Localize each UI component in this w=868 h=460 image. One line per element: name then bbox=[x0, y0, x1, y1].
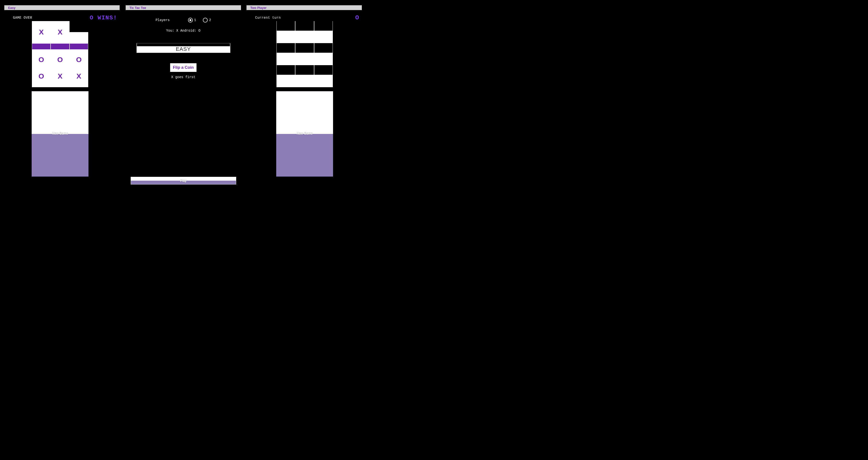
pane-setup: Players 1 2 You: X Android: O EASY Flip … bbox=[126, 10, 241, 187]
board-row-2: O X X bbox=[32, 65, 88, 87]
appbar-right: Two Player bbox=[247, 5, 362, 10]
board-row-0: X X bbox=[32, 21, 88, 43]
game-board-right bbox=[276, 21, 333, 87]
game-board-left: X X O O O O X X bbox=[32, 21, 88, 87]
board-row-1-r bbox=[276, 43, 333, 65]
goes-first-text: X goes first bbox=[126, 75, 241, 79]
rcell-1-2[interactable] bbox=[314, 43, 333, 65]
new-game-button-right-label: New Game bbox=[276, 132, 333, 135]
cell-1-1[interactable]: O bbox=[51, 43, 69, 65]
radio-2-icon bbox=[203, 18, 208, 23]
difficulty-value: EASY bbox=[137, 46, 230, 52]
radio-2-label: 2 bbox=[209, 18, 211, 22]
rcell-0-0[interactable] bbox=[276, 21, 295, 43]
player-assignment-text: You: X Android: O bbox=[126, 29, 241, 33]
rcell-0-1[interactable] bbox=[295, 21, 314, 43]
appbar-center: Tic Tac Toe bbox=[126, 5, 241, 10]
cell-0-1[interactable]: X bbox=[51, 21, 69, 43]
appbar-left: Easy bbox=[4, 5, 120, 10]
pane-easy-game: GAME OVER O WINS! X X O O O O X X New Ga… bbox=[4, 10, 120, 187]
cell-2-0[interactable]: O bbox=[32, 65, 51, 87]
appbar-center-title: Tic Tac Toe bbox=[129, 6, 146, 9]
rcell-0-2[interactable] bbox=[314, 21, 333, 43]
new-game-button-right-fill bbox=[276, 134, 333, 176]
play-button[interactable]: Play bbox=[131, 177, 236, 185]
rcell-2-2[interactable] bbox=[314, 65, 333, 87]
cell-1-0[interactable]: O bbox=[32, 43, 51, 65]
cell-1-2[interactable]: O bbox=[69, 43, 88, 65]
flip-coin-button[interactable]: Flip a Coin bbox=[170, 63, 197, 72]
cell-2-1[interactable]: X bbox=[51, 65, 69, 87]
cell-0-0[interactable]: X bbox=[32, 21, 51, 43]
players-row: Players 1 2 bbox=[126, 18, 241, 23]
rcell-1-0[interactable] bbox=[276, 43, 295, 65]
new-game-button-left-label: New Game bbox=[32, 132, 89, 135]
turn-value: O bbox=[355, 14, 360, 21]
cell-0-2[interactable] bbox=[69, 21, 88, 43]
board-row-0-r bbox=[276, 21, 333, 43]
new-game-button-right[interactable]: New Game bbox=[276, 91, 333, 176]
status-row-right: Current turn O bbox=[247, 14, 362, 21]
rcell-1-1[interactable] bbox=[295, 43, 314, 65]
new-game-button-left[interactable]: New Game bbox=[32, 91, 89, 176]
radio-1-icon bbox=[188, 18, 193, 23]
rcell-2-0[interactable] bbox=[276, 65, 295, 87]
radio-1-label: 1 bbox=[194, 18, 196, 22]
players-radio-1[interactable]: 1 bbox=[188, 18, 196, 23]
rcell-2-1[interactable] bbox=[295, 65, 314, 87]
appbar-left-title: Easy bbox=[8, 6, 16, 9]
difficulty-spinner[interactable]: EASY bbox=[136, 43, 230, 53]
turn-label: Current turn bbox=[255, 16, 281, 20]
appbar-right-title: Two Player bbox=[250, 6, 267, 9]
board-row-1: O O O bbox=[32, 43, 88, 65]
pane-two-player: Current turn O New Gam bbox=[247, 10, 362, 187]
play-button-label: Play bbox=[131, 179, 236, 182]
cell-2-2[interactable]: X bbox=[69, 65, 88, 87]
game-result-text: O WINS! bbox=[90, 14, 117, 21]
players-label: Players bbox=[156, 18, 170, 22]
status-row-left: GAME OVER O WINS! bbox=[4, 14, 120, 21]
players-radio-2[interactable]: 2 bbox=[203, 18, 211, 23]
new-game-button-left-fill bbox=[32, 134, 89, 176]
board-row-2-r bbox=[276, 65, 333, 87]
game-status-label: GAME OVER bbox=[13, 16, 32, 20]
